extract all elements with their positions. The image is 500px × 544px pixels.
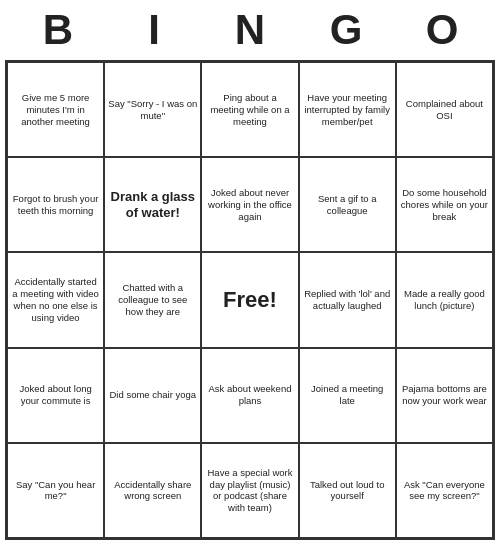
title-letter-o: O: [397, 6, 487, 54]
bingo-cell-9[interactable]: Do some household chores while on your b…: [396, 157, 493, 252]
bingo-cell-18[interactable]: Joined a meeting late: [299, 348, 396, 443]
title-letter-b: B: [13, 6, 103, 54]
bingo-cell-5[interactable]: Forgot to brush your teeth this morning: [7, 157, 104, 252]
bingo-cell-7[interactable]: Joked about never working in the office …: [201, 157, 298, 252]
bingo-cell-4[interactable]: Complained about OSI: [396, 62, 493, 157]
bingo-cell-1[interactable]: Say "Sorry - I was on mute": [104, 62, 201, 157]
bingo-cell-0[interactable]: Give me 5 more minutes I'm in another me…: [7, 62, 104, 157]
bingo-cell-12[interactable]: Free!: [201, 252, 298, 347]
bingo-grid: Give me 5 more minutes I'm in another me…: [5, 60, 495, 540]
bingo-cell-24[interactable]: Ask "Can everyone see my screen?": [396, 443, 493, 538]
bingo-cell-19[interactable]: Pajama bottoms are now your work wear: [396, 348, 493, 443]
title-letter-g: G: [301, 6, 391, 54]
bingo-cell-15[interactable]: Joked about long your commute is: [7, 348, 104, 443]
bingo-cell-20[interactable]: Say "Can you hear me?": [7, 443, 104, 538]
bingo-cell-23[interactable]: Talked out loud to yourself: [299, 443, 396, 538]
bingo-cell-13[interactable]: Replied with 'lol' and actually laughed: [299, 252, 396, 347]
bingo-cell-8[interactable]: Sent a gif to a colleague: [299, 157, 396, 252]
bingo-cell-16[interactable]: Did some chair yoga: [104, 348, 201, 443]
bingo-title: BINGO: [0, 0, 500, 60]
bingo-cell-22[interactable]: Have a special work day playlist (music)…: [201, 443, 298, 538]
bingo-cell-17[interactable]: Ask about weekend plans: [201, 348, 298, 443]
bingo-cell-10[interactable]: Accidentally started a meeting with vide…: [7, 252, 104, 347]
bingo-cell-21[interactable]: Accidentally share wrong screen: [104, 443, 201, 538]
bingo-cell-2[interactable]: Ping about a meeting while on a meeting: [201, 62, 298, 157]
title-letter-i: I: [109, 6, 199, 54]
bingo-cell-11[interactable]: Chatted with a colleague to see how they…: [104, 252, 201, 347]
bingo-cell-3[interactable]: Have your meeting interrupted by family …: [299, 62, 396, 157]
title-letter-n: N: [205, 6, 295, 54]
bingo-cell-6[interactable]: Drank a glass of water!: [104, 157, 201, 252]
bingo-cell-14[interactable]: Made a really good lunch (picture): [396, 252, 493, 347]
